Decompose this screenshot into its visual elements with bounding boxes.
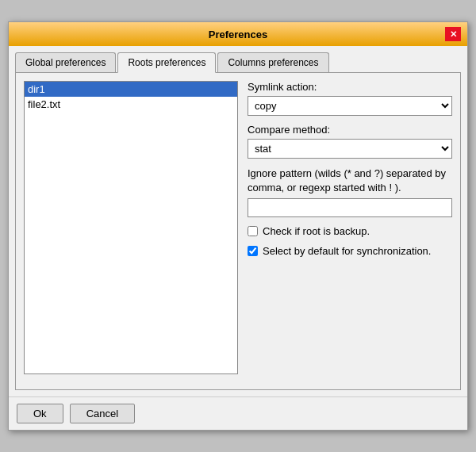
list-item[interactable]: file2.txt [25,97,237,112]
compare-method-label: Compare method: [248,124,452,136]
select-default-row: Select by default for synchronization. [248,245,452,257]
file-list[interactable]: dir1 file2.txt [24,81,238,374]
ok-button[interactable]: Ok [17,404,63,423]
bottom-bar: Ok Cancel [9,396,467,430]
content-area: Global preferences Roots preferences Col… [9,46,467,396]
check-backup-label: Check if root is backup. [263,225,370,237]
tab-global[interactable]: Global preferences [15,52,116,72]
cancel-button[interactable]: Cancel [70,404,135,423]
symlink-action-group: Symlink action: copy follow skip [248,81,452,116]
ignore-pattern-group: Ignore pattern (wilds (* and ?) separate… [248,167,452,217]
check-backup-row: Check if root is backup. [248,225,452,237]
symlink-action-label: Symlink action: [248,81,452,93]
select-default-label: Select by default for synchronization. [263,245,431,257]
preferences-window: Preferences ✕ Global preferences Roots p… [8,21,468,431]
tab-columns[interactable]: Columns preferences [217,52,328,72]
ignore-pattern-input[interactable] [248,198,452,217]
window-title: Preferences [31,29,445,40]
select-default-checkbox[interactable] [248,246,258,256]
check-backup-checkbox[interactable] [248,226,258,236]
compare-method-group: Compare method: stat content timestamp [248,124,452,159]
tab-bar: Global preferences Roots preferences Col… [15,52,461,73]
close-button[interactable]: ✕ [445,27,461,41]
tab-roots[interactable]: Roots preferences [117,52,216,73]
left-panel: dir1 file2.txt [24,81,238,381]
list-item[interactable]: dir1 [25,82,237,97]
compare-method-select[interactable]: stat content timestamp [248,139,452,159]
title-bar: Preferences ✕ [9,22,467,46]
right-panel: Symlink action: copy follow skip Compare… [248,81,452,381]
ignore-pattern-label: Ignore pattern (wilds (* and ?) separate… [248,167,452,195]
symlink-action-select[interactable]: copy follow skip [248,96,452,116]
tab-content: dir1 file2.txt Symlink action: copy foll… [15,73,461,390]
